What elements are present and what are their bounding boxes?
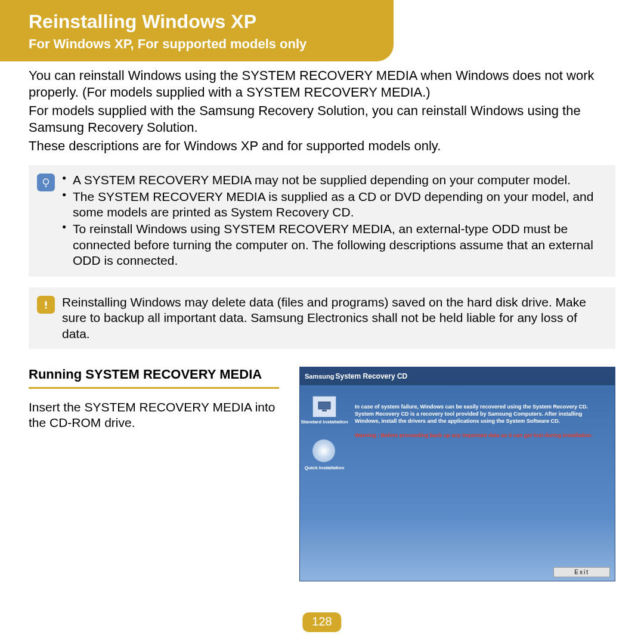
left-column: Running SYSTEM RECOVERY MEDIA Insert the…: [29, 367, 281, 581]
intro-paragraph: These descriptions are for Windows XP an…: [29, 138, 615, 154]
computer-icon: [312, 396, 336, 417]
section-heading: Running SYSTEM RECOVERY MEDIA: [29, 367, 279, 389]
screenshot-main: In case of system failure, Windows can b…: [349, 385, 615, 581]
quick-installation-option[interactable]: Quick Installation: [300, 437, 349, 471]
page-subtitle: For Windows XP, For supported models onl…: [29, 36, 365, 52]
screenshot-body: Standard Installation Quick Installation…: [300, 385, 615, 581]
intro-block: You can reinstall Windows using the SYST…: [29, 67, 615, 154]
warning-note-body: Reinstalling Windows may delete data (fi…: [62, 295, 607, 342]
page-content: You can reinstall Windows using the SYST…: [0, 61, 644, 581]
info-note-box: A SYSTEM RECOVERY MEDIA may not be suppl…: [29, 165, 615, 277]
intro-paragraph: For models supplied with the Samsung Rec…: [29, 103, 615, 135]
screenshot-title-bar: Samsung System Recovery CD: [300, 367, 615, 385]
section-text: Insert the SYSTEM RECOVERY MEDIA into th…: [29, 400, 281, 431]
right-column: Samsung System Recovery CD Stand: [299, 367, 615, 581]
svg-rect-5: [318, 402, 330, 409]
screenshot-sidebar: Standard Installation Quick Installation: [300, 385, 349, 581]
warning-note-box: Reinstalling Windows may delete data (fi…: [29, 287, 615, 349]
svg-point-0: [44, 179, 49, 184]
svg-rect-3: [45, 301, 47, 306]
svg-rect-6: [322, 410, 327, 411]
disc-icon: [310, 437, 339, 463]
screenshot-title: System Recovery CD: [336, 372, 408, 380]
screenshot-description: In case of system failure, Windows can b…: [355, 403, 604, 425]
info-note-body: A SYSTEM RECOVERY MEDIA may not be suppl…: [62, 172, 607, 270]
page-number: 128: [302, 612, 341, 632]
info-note-item: A SYSTEM RECOVERY MEDIA may not be suppl…: [62, 172, 607, 188]
intro-paragraph: You can reinstall Windows using the SYST…: [29, 67, 615, 100]
screenshot-warning: Warning : Before proceeding back up any …: [355, 432, 604, 439]
two-column-section: Running SYSTEM RECOVERY MEDIA Insert the…: [29, 367, 615, 581]
info-note-item: To reinstall Windows using SYSTEM RECOVE…: [62, 221, 607, 268]
quick-installation-label: Quick Installation: [300, 466, 349, 471]
standard-installation-option[interactable]: Standard Installation: [300, 396, 349, 425]
exclamation-icon: [37, 296, 55, 314]
screenshot-brand: Samsung: [305, 373, 335, 380]
recovery-cd-screenshot: Samsung System Recovery CD Stand: [299, 367, 615, 581]
exit-button[interactable]: Exit: [553, 567, 610, 577]
standard-installation-label: Standard Installation: [300, 420, 349, 425]
page-title: Reinstalling Windows XP: [29, 11, 365, 33]
info-note-item: The SYSTEM RECOVERY MEDIA is supplied as…: [62, 189, 607, 221]
lightbulb-icon: [37, 174, 55, 191]
page-header: Reinstalling Windows XP For Windows XP, …: [0, 0, 394, 61]
svg-point-4: [45, 307, 47, 309]
